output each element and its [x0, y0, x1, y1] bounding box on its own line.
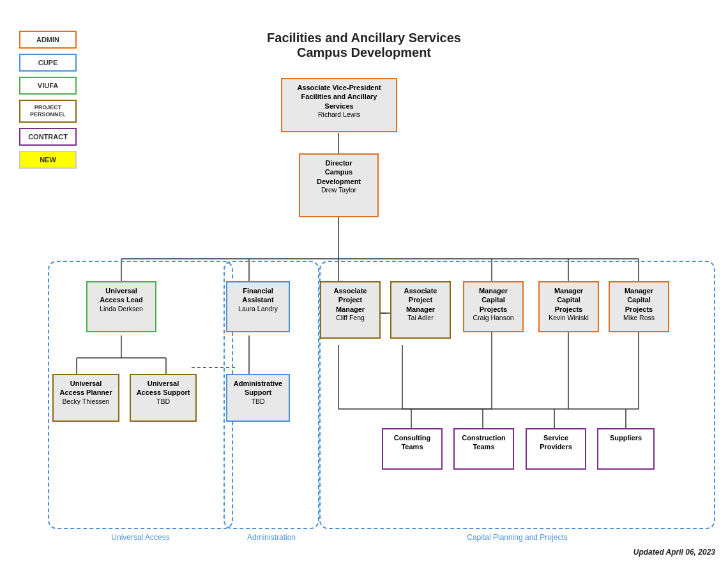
administration-label: Administration: [224, 533, 319, 542]
ua-support-box: UniversalAccess Support TBD: [130, 374, 197, 422]
universal-access-label: Universal Access: [48, 533, 233, 542]
manager2-box: ManagerCapital Projects Kevin Winiski: [538, 281, 599, 332]
admin-support-box: AdministrativeSupport TBD: [226, 374, 290, 422]
director-box: DirectorCampusDevelopment Drew Taylor: [299, 153, 379, 217]
ua-planner-box: UniversalAccess Planner Becky Thiessen: [52, 374, 119, 422]
avp-box: Associate Vice-PresidentFacilities and A…: [281, 78, 397, 132]
org-chart: Universal Access Administration Capital …: [26, 70, 722, 537]
capital-label: Capital Planning and Projects: [319, 533, 715, 542]
consulting-box: ConsultingTeams: [382, 428, 443, 470]
manager1-box: ManagerCapital Projects Craig Hanson: [463, 281, 524, 332]
manager3-box: ManagerCapital Projects Mike Ross: [609, 281, 669, 332]
apm2-box: AssociateProjectManager Tai Adler: [390, 281, 451, 339]
suppliers-box: Suppliers: [597, 428, 655, 470]
service-box: ServiceProviders: [526, 428, 586, 470]
ua-lead-box: UniversalAccess Lead Linda Derksen: [86, 281, 156, 332]
page-title: Facilities and Ancillary ServicesCampus …: [0, 31, 728, 60]
updated-text: Updated April 06, 2023: [633, 548, 715, 557]
fin-asst-box: FinancialAssistant Laura Landry: [226, 281, 290, 332]
apm1-box: AssociateProjectManager Cliff Feng: [320, 281, 381, 339]
construction-box: ConstructionTeams: [453, 428, 514, 470]
